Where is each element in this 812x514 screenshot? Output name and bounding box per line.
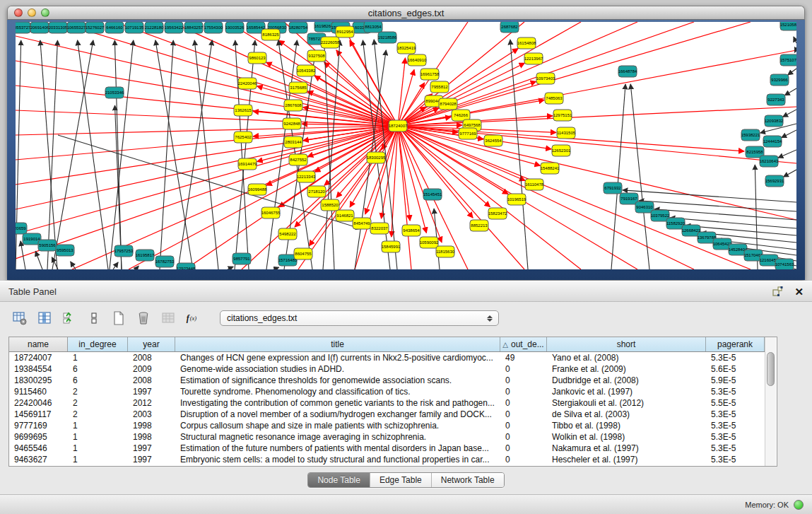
table-settings-icon[interactable] bbox=[12, 310, 28, 326]
graph-node[interactable]: 21228180 bbox=[145, 22, 164, 33]
graph-node[interactable]: 16782753 bbox=[155, 256, 175, 267]
table-row[interactable]: 1456911722003Disruption of a novel membe… bbox=[9, 409, 765, 420]
graph-node[interactable]: 15823472 bbox=[488, 208, 507, 219]
graph-node[interactable]: 15692931 bbox=[765, 175, 784, 187]
graph-node[interactable]: 15276027 bbox=[86, 22, 105, 33]
scrollbar-thumb[interactable] bbox=[767, 352, 775, 386]
table-row[interactable]: 946362711997Embryonic stem cells: a mode… bbox=[9, 454, 765, 465]
graph-node[interactable]: 16648784 bbox=[618, 66, 637, 77]
graph-node[interactable]: 15488241 bbox=[541, 163, 560, 174]
close-panel-icon[interactable]: ✕ bbox=[794, 286, 804, 297]
graph-node[interactable]: 16154808 bbox=[517, 37, 536, 49]
graph-node[interactable]: 8912954 bbox=[336, 26, 354, 37]
table-row[interactable]: 946554611997Estimation of the future num… bbox=[9, 443, 765, 454]
graph-node[interactable]: 16195817 bbox=[136, 250, 155, 261]
graph-node[interactable]: 15751074 bbox=[780, 54, 796, 66]
table-row[interactable]: 1872400712008Changes of HCN gene express… bbox=[9, 352, 765, 363]
graph-node[interactable]: 9329966 bbox=[770, 74, 789, 86]
column-header-title[interactable]: title bbox=[175, 337, 500, 351]
table-row[interactable]: 1830029562008Estimation of significance … bbox=[9, 375, 765, 386]
graph-node[interactable]: 10973403 bbox=[536, 73, 555, 84]
graph-node[interactable]: 19218586 bbox=[378, 32, 397, 43]
graph-node[interactable]: 9327508 bbox=[307, 50, 326, 62]
column-header-in-degree[interactable]: in_degree bbox=[68, 337, 128, 351]
graph-node[interactable]: 15938221 bbox=[741, 129, 760, 141]
graph-node[interactable]: 10719135 bbox=[125, 22, 144, 33]
graph-node[interactable]: 17554300 bbox=[204, 22, 223, 33]
graph-node[interactable]: 16046755 bbox=[261, 207, 281, 218]
tab-node-table[interactable]: Node Table bbox=[308, 473, 370, 487]
column-header-short[interactable]: short bbox=[547, 337, 706, 351]
graph-node[interactable]: 18300295 bbox=[367, 152, 386, 163]
graph-node[interactable]: 16110478 bbox=[525, 179, 544, 190]
column-header-year[interactable]: year bbox=[128, 337, 175, 351]
window-titlebar[interactable]: citations_edges.txt bbox=[7, 6, 805, 20]
graph-node[interactable]: 15210584 bbox=[780, 22, 796, 30]
graph-node[interactable]: 12213343 bbox=[297, 171, 316, 182]
graph-node[interactable]: 9595013 bbox=[56, 245, 74, 256]
graph-node[interactable]: 2803144 bbox=[284, 136, 302, 148]
graph-node[interactable]: 18325419 bbox=[397, 42, 416, 54]
graph-node[interactable]: 12923448 bbox=[177, 263, 196, 269]
graph-node[interactable]: 17957253 bbox=[114, 245, 134, 257]
graph-node[interactable]: 15145451 bbox=[423, 189, 442, 200]
graph-node[interactable]: 15845991 bbox=[382, 241, 401, 252]
graph-node[interactable]: 20553727 bbox=[16, 22, 31, 33]
graph-node[interactable]: 7485063 bbox=[545, 93, 563, 104]
table-row[interactable]: 977716911998Corpus callosum shape and si… bbox=[9, 420, 765, 431]
table-select-dropdown[interactable]: citations_edges.txt bbox=[220, 310, 499, 326]
graph-node[interactable]: 8604755 bbox=[294, 248, 312, 259]
graph-node[interactable]: 12093832 bbox=[765, 115, 784, 127]
graph-node[interactable]: 9242848 bbox=[283, 118, 301, 129]
graph-node[interactable]: 11815630 bbox=[436, 246, 455, 257]
graph-node[interactable]: 6791932 bbox=[604, 182, 622, 194]
graph-node[interactable]: 7625402 bbox=[234, 132, 252, 143]
graph-node[interactable]: 22420046 bbox=[238, 78, 257, 89]
table-row[interactable]: 2242004622012Investigating the contribut… bbox=[9, 397, 765, 409]
graph-node[interactable]: 10741563 bbox=[775, 259, 794, 269]
zoom-window-button[interactable] bbox=[41, 8, 49, 17]
graph-node[interactable]: 5905156 bbox=[38, 240, 57, 251]
column-header-name[interactable]: name bbox=[9, 337, 68, 351]
graph-node[interactable]: 19003526 bbox=[225, 22, 245, 33]
memory-ok-indicator[interactable] bbox=[794, 500, 804, 510]
row-pair-icon[interactable] bbox=[86, 310, 102, 326]
graph-node[interactable]: 7919167 bbox=[620, 193, 638, 204]
graph-node[interactable]: 10543382 bbox=[297, 65, 316, 76]
graph-node[interactable]: 9046310 bbox=[635, 201, 654, 213]
graph-node[interactable]: 8454749 bbox=[353, 218, 371, 229]
table-column-icon[interactable] bbox=[37, 310, 52, 326]
table-scrollbar[interactable] bbox=[765, 337, 776, 466]
graph-node[interactable]: 9777169 bbox=[459, 128, 477, 139]
graph-node[interactable]: 9227343 bbox=[767, 94, 785, 105]
graph-node[interactable]: 8794028 bbox=[439, 98, 457, 110]
graph-node[interactable]: 12652301 bbox=[552, 145, 571, 156]
tab-network-table[interactable]: Network Table bbox=[431, 473, 504, 487]
function-icon[interactable]: f (x) bbox=[185, 310, 201, 326]
graph-node[interactable]: 10655327 bbox=[67, 22, 86, 33]
graph-node[interactable]: 9857791 bbox=[233, 253, 251, 264]
graph-node[interactable]: 2867608 bbox=[284, 100, 302, 111]
graph-node[interactable]: 3175685 bbox=[289, 82, 307, 93]
graph-node[interactable]: 2718120 bbox=[307, 186, 326, 197]
graph-node[interactable]: 1362615 bbox=[234, 105, 252, 116]
delete-trash-icon[interactable] bbox=[136, 310, 151, 326]
graph-node[interactable]: 11431505 bbox=[557, 127, 576, 139]
graph-node[interactable]: 8813054 bbox=[364, 22, 382, 33]
graph-node[interactable]: 1588520 bbox=[321, 199, 339, 211]
table-row[interactable]: 1938455462009Genome-wide association stu… bbox=[9, 363, 765, 375]
graph-node[interactable]: 22226058 bbox=[321, 37, 340, 48]
graph-node[interactable]: 2620659 bbox=[16, 223, 27, 234]
graph-node[interactable]: 16961758 bbox=[420, 69, 440, 80]
graph-node[interactable]: 9146821 bbox=[336, 210, 354, 221]
graph-node[interactable]: 12444154 bbox=[763, 136, 782, 147]
graph-node[interactable]: 16914479 bbox=[238, 158, 257, 170]
graph-node[interactable]: 5498222 bbox=[278, 228, 297, 240]
graph-node[interactable]: 9438654 bbox=[402, 225, 420, 236]
graph-node[interactable]: 21053346 bbox=[105, 87, 124, 98]
network-canvas[interactable]: 2055372720691406203313051065532715276027… bbox=[16, 22, 796, 269]
graph-node[interactable]: 7955812 bbox=[430, 81, 449, 93]
graph-node[interactable]: 3624554 bbox=[484, 135, 502, 146]
column-header-pagerank[interactable]: pagerank bbox=[706, 337, 765, 351]
graph-node[interactable]: 12213967 bbox=[524, 53, 543, 64]
